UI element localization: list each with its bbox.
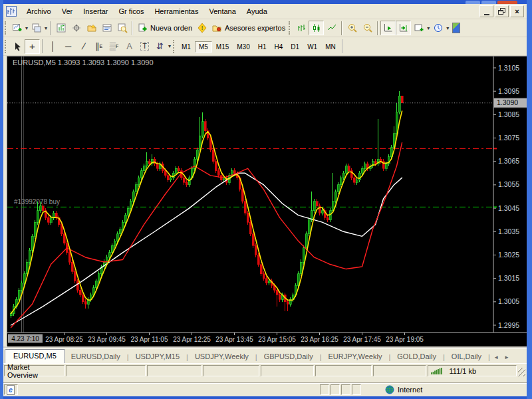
candlestick-chart-button[interactable] [309,21,324,35]
periods-dropdown[interactable]: ▾ [446,25,450,31]
network-meter-icon [431,367,443,375]
chart-tab-gold-daily[interactable]: GOLD,Daily [391,350,442,363]
profiles-dropdown[interactable]: ▾ [44,25,48,31]
time-tick-label: 23 Apr 16:25 [301,336,338,343]
minimize-button-top[interactable] [466,1,480,4]
arrows-tool-dropdown[interactable]: ▾ [168,43,172,49]
maximize-button-top[interactable] [481,1,496,4]
arrows-tool-button[interactable]: ⇵ [152,39,168,54]
toolbar-separator [132,21,133,35]
auto-scroll-button[interactable] [380,21,396,35]
menu-bar: ArchivoVerInsertarGr ficosHerramientasVe… [3,4,527,19]
toolbar-drag-handle[interactable] [173,40,176,53]
crosshair-button[interactable]: + [25,39,40,54]
strategy-tester-button[interactable] [114,21,130,35]
resize-grip[interactable] [518,368,526,376]
timeframe-button-mn[interactable]: MN [321,41,340,53]
text-button[interactable]: A [122,39,137,54]
expert-advisors-button[interactable]: Asesores expertos [209,21,287,35]
toolbar-separator [377,21,378,35]
text-label-button[interactable]: T [137,39,152,54]
timeframe-button-w1[interactable]: W1 [303,41,321,53]
status-bar: Market Overview 111/1 kb [3,363,527,378]
timeframe-button-m5[interactable]: M5 [195,41,212,53]
chart-tab-eurjpy-weekly[interactable]: EURJPY,Weekly [323,350,388,363]
trendline-button[interactable]: / [76,39,91,54]
toolbar-separator [341,21,342,35]
status-empty-pane [203,365,259,376]
timeframe-button-h4[interactable]: H4 [271,41,287,53]
new-order-label: Nueva orden [150,24,192,32]
terminal-button[interactable] [99,21,114,35]
chart-shift-button[interactable] [396,21,411,35]
menu-item-archivo[interactable]: Archivo [21,5,57,17]
zoom-in-button[interactable] [344,21,360,35]
data-window-button[interactable] [68,21,84,35]
chart-tab-oil-daily[interactable]: OIL,Daily [446,350,487,363]
ie-status-mini-pane [352,384,361,395]
menu-item-ver[interactable]: Ver [57,5,78,17]
timeframe-button-m1[interactable]: M1 [178,41,195,53]
mdi-restore-button[interactable] [495,5,509,17]
chart-tab-eurusd-m5[interactable]: EURUSD,M5 [5,349,65,363]
new-chart-button[interactable] [9,21,25,35]
mdi-minimize-button[interactable] [479,5,493,17]
time-tick-label: 23 Apr 17:45 [343,336,381,343]
standard-toolbar: ▾ ▾ Nueva orden ! Asesores exper [3,19,527,37]
timeframe-button-h1[interactable]: H1 [254,41,271,53]
app-logo-icon [5,5,17,17]
tab-prev-arrow[interactable]: ◄ [493,354,504,360]
toolbar-drag-handle[interactable] [5,21,7,35]
mt4-in-ie-window: ArchivoVerInsertarGr ficosHerramientasVe… [0,0,532,399]
menu-item-ventana[interactable]: Ventana [203,5,241,17]
time-tick-label: 23 Apr 11:05 [131,336,168,343]
equidistant-channel-button[interactable]: ∥E [91,39,106,54]
toolbar-separator [342,39,343,53]
vertical-line-button[interactable]: │ [45,39,61,54]
chart-tab-gbpusd-daily[interactable]: GBPUSD,Daily [258,350,319,363]
timeframe-button-d1[interactable]: D1 [287,41,303,53]
globe-icon [385,385,394,394]
templates-button[interactable] [411,21,426,35]
market-watch-button[interactable] [53,21,68,35]
mdi-close-button[interactable]: × [510,5,524,17]
tab-next-arrow[interactable]: ► [504,354,515,360]
chart-tab-eurusd-daily[interactable]: EURUSD,Daily [65,350,126,363]
svg-text:!: ! [201,25,203,31]
svg-text:1.3090: 1.3090 [497,98,518,106]
indicators-icon[interactable] [452,23,460,33]
menu-item-herramientas[interactable]: Herramientas [149,5,203,17]
timeframe-button-m15[interactable]: M15 [212,41,233,53]
price-chart[interactable]: #13992078 buy1.31051.30951.30851.30751.3… [7,57,528,346]
bar-chart-button[interactable] [293,21,309,35]
menu-item-insertar[interactable]: Insertar [78,5,113,17]
profiles-button[interactable] [29,21,44,35]
chart-tab-usdjpy-m15[interactable]: USDJPY,M15 [130,350,186,363]
timeframe-button-m30[interactable]: M30 [233,41,253,53]
chart-tab-usdjpy-weekly[interactable]: USDJPY,Weekly [189,350,255,363]
close-button-top[interactable] [497,1,517,4]
metaeditor-button[interactable]: ! [194,21,209,35]
price-tick-label: 1.3055 [498,180,519,188]
line-chart-button[interactable] [324,21,339,35]
cursor-button[interactable] [9,39,25,54]
status-left-text: Market Overview [7,363,61,379]
time-tick-label: 23 Apr 08:25 [45,336,83,343]
ie-page-icon-pane: e [4,384,18,395]
fibonacci-button[interactable]: ▒F [106,39,122,54]
ohlc-readout: EURUSD,M5 1.3093 1.3093 1.3090 1.3090 [13,59,154,66]
menu-item-gr-ficos[interactable]: Gr ficos [114,5,150,17]
toolbar-drag-handle[interactable] [289,21,291,35]
toolbar-drag-handle[interactable] [5,40,7,53]
menu-item-ayuda[interactable]: Ayuda [241,5,273,17]
new-order-button[interactable]: Nueva orden [135,21,194,35]
horizontal-line-button[interactable]: ─ [61,39,76,54]
title-bar-sliver [0,0,532,4]
chart-tabs: EURUSD,M5EURUSD,Daily|USDJPY,M15|USDJPY,… [3,349,491,363]
ie-right-border[interactable] [527,0,532,399]
periods-button[interactable] [430,21,446,35]
zoom-out-button[interactable] [360,21,375,35]
traffic-pane: 111/1 kb [428,365,517,376]
price-tick-label: 1.3035 [498,227,519,235]
navigator-button[interactable] [84,21,99,35]
